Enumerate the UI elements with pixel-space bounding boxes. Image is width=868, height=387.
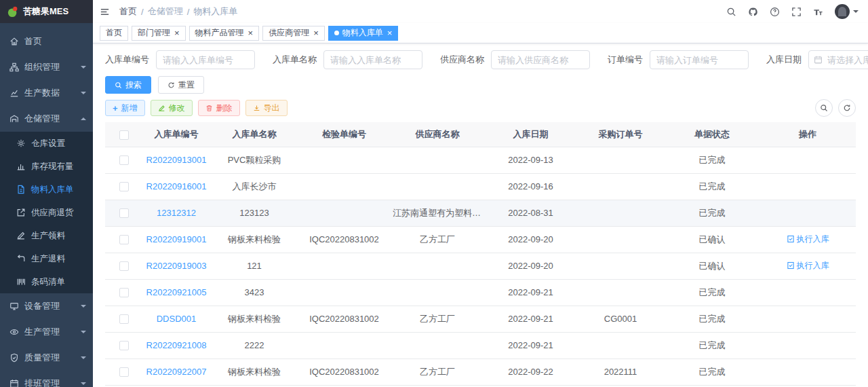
table-row[interactable]: R20220916001 入库长沙市 2022-09-16 已完成 [105, 173, 856, 200]
shield-icon [9, 353, 19, 363]
monitor-icon [9, 301, 19, 311]
main-area: 首页 / 仓储管理 / 物料入库单 首页 [93, 0, 868, 387]
sidebar-item-material-inbound[interactable]: 物料入库单 [0, 178, 93, 201]
row-checkbox[interactable] [119, 182, 129, 191]
add-button[interactable]: + 新增 [105, 100, 145, 116]
row-checkbox[interactable] [119, 235, 129, 244]
receipt-code-link[interactable]: R20220916001 [146, 181, 207, 191]
sidebar-item-scheduling[interactable]: 排班管理 [0, 371, 93, 387]
close-icon[interactable]: × [387, 29, 393, 37]
toggle-search-button[interactable] [815, 99, 833, 117]
table-row[interactable]: R20220919001 钢板来料检验 IQC20220831002 乙方工厂 … [105, 226, 856, 253]
sidebar-item-production-mgmt[interactable]: 生产管理 [0, 319, 93, 345]
col-header-name: 入库单名称 [210, 122, 298, 147]
sidebar-item-production-return[interactable]: 生产退料 [0, 247, 93, 270]
breadcrumb-item[interactable]: 首页 [119, 5, 137, 18]
execute-inbound-link[interactable]: 执行入库 [787, 234, 829, 245]
row-checkbox[interactable] [119, 341, 129, 350]
sidebar-item-production-data[interactable]: 生产数据 [0, 80, 93, 106]
sidebar-item-label: 供应商退货 [31, 207, 74, 219]
breadcrumb-separator: / [141, 7, 144, 17]
receipt-code-link[interactable]: R20220919003 [146, 261, 207, 271]
table-toolbar: + 新增 修改 删除 导出 [105, 99, 856, 117]
tab-material-product[interactable]: 物料产品管理 × [189, 26, 260, 41]
sidebar-item-supplier-return[interactable]: 供应商退货 [0, 201, 93, 224]
receipt-code-link[interactable]: R20220919001 [146, 234, 207, 244]
sidebar-item-inventory[interactable]: 库存现有量 [0, 155, 93, 178]
table-row[interactable]: DDSD001 钢板来料检验 IQC20220831002 乙方工厂 2022-… [105, 306, 856, 332]
refresh-table-button[interactable] [838, 99, 856, 117]
download-icon [253, 105, 260, 112]
user-menu[interactable] [835, 4, 859, 19]
row-checkbox[interactable] [119, 288, 129, 297]
table-row[interactable]: R20220919003 121 2022-09-20 已确认 执行入库 [105, 253, 856, 279]
sidebar-item-org[interactable]: 组织管理 [0, 54, 93, 80]
breadcrumb-item[interactable]: 仓储管理 [148, 5, 183, 18]
tab-department[interactable]: 部门管理 × [132, 26, 186, 41]
sidebar-item-barcode-list[interactable]: 条码清单 [0, 270, 93, 293]
table-row[interactable]: R20220921005 3423 2022-09-21 已完成 [105, 279, 856, 306]
supplier-cell [390, 279, 485, 306]
breadcrumb: 首页 / 仓储管理 / 物料入库单 [119, 5, 237, 18]
tab-home[interactable]: 首页 [100, 26, 128, 41]
receipt-code-link[interactable]: R20220921008 [146, 340, 207, 350]
status-cell: 已完成 [665, 173, 760, 200]
reset-button[interactable]: 重置 [158, 76, 204, 94]
row-checkbox[interactable] [119, 367, 129, 377]
date-cell: 2022-09-22 [485, 358, 576, 385]
sidebar-item-warehouse-settings[interactable]: 仓库设置 [0, 132, 93, 155]
receipt-name-input[interactable] [323, 50, 422, 69]
row-checkbox[interactable] [119, 261, 129, 271]
font-size-icon[interactable] [813, 7, 823, 17]
export-button[interactable]: 导出 [245, 100, 288, 116]
search-icon [820, 104, 828, 112]
receipt-name-cell: 3423 [210, 279, 298, 306]
help-icon[interactable] [770, 7, 780, 17]
tab-supplier[interactable]: 供应商管理 × [262, 26, 325, 41]
order-code-input[interactable] [650, 50, 749, 69]
row-checkbox[interactable] [119, 155, 129, 165]
execute-icon [787, 235, 795, 243]
receipt-code-link[interactable]: R20220913001 [146, 155, 207, 165]
search-form: 入库单编号 入库单名称 供应商名称 订单编号 入库日期 [105, 50, 856, 69]
col-header-supplier: 供应商名称 [390, 122, 485, 147]
col-header-status: 单据状态 [665, 122, 760, 147]
github-icon[interactable] [748, 7, 758, 17]
delete-button[interactable]: 删除 [198, 100, 240, 116]
sidebar-item-label: 设备管理 [24, 300, 60, 312]
table-row[interactable]: R20220922007 钢板来料检验 IQC20220831002 乙方工厂 … [105, 358, 856, 385]
sidebar-item-quality[interactable]: 质量管理 [0, 345, 93, 371]
table-row[interactable]: R20220921008 2222 2022-09-21 已完成 [105, 332, 856, 358]
sidebar-item-warehouse[interactable]: 仓储管理 [0, 106, 93, 132]
logo[interactable]: 苦糖果MES [0, 0, 93, 23]
inspection-code-cell: IQC20220831002 [298, 226, 390, 253]
hamburger-icon[interactable] [100, 7, 110, 17]
supplier-name-input[interactable] [491, 50, 590, 69]
sidebar-item-equipment[interactable]: 设备管理 [0, 293, 93, 319]
date-cell: 2022-09-21 [485, 332, 576, 358]
receipt-code-link[interactable]: 12312312 [157, 208, 196, 218]
edit-button[interactable]: 修改 [151, 100, 193, 116]
search-icon[interactable] [726, 7, 736, 17]
select-all-checkbox[interactable] [119, 130, 129, 140]
fullscreen-icon[interactable] [791, 7, 802, 17]
tab-material-inbound[interactable]: 物料入库单 × [328, 26, 399, 41]
close-icon[interactable]: × [313, 29, 319, 37]
col-header-po: 采购订单号 [576, 122, 665, 147]
receipt-code-link[interactable]: DDSD001 [157, 314, 197, 324]
receipt-code-link[interactable]: R20220922007 [146, 367, 207, 377]
po-cell: 2022111 [576, 358, 665, 385]
execute-inbound-link[interactable]: 执行入库 [787, 260, 829, 272]
close-icon[interactable]: × [174, 29, 180, 37]
receipt-code-input[interactable] [156, 50, 255, 69]
search-button[interactable]: 搜索 [105, 76, 151, 94]
receipt-code-link[interactable]: R20220921005 [146, 287, 207, 297]
table-row[interactable]: R20220913001 PVC颗粒采购 2022-09-13 已完成 [105, 147, 856, 173]
supplier-cell [390, 173, 485, 200]
close-icon[interactable]: × [248, 29, 254, 37]
row-checkbox[interactable] [119, 208, 129, 218]
row-checkbox[interactable] [119, 314, 129, 324]
sidebar-item-material-requisition[interactable]: 生产领料 [0, 224, 93, 247]
sidebar-item-home[interactable]: 首页 [0, 29, 93, 54]
table-row[interactable]: 12312312 123123 江苏南通塑有为塑料制品有… 2022-08-31… [105, 200, 856, 226]
